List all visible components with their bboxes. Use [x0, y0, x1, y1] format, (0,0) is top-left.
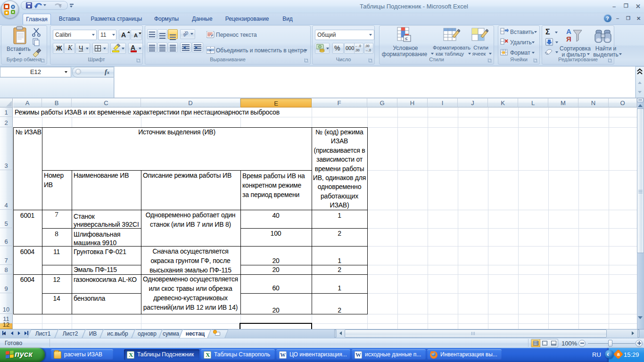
- svg-text:a: a: [209, 49, 211, 52]
- svg-text:А: А: [566, 27, 571, 35]
- svg-text:Я: Я: [566, 35, 571, 43]
- svg-text:≤: ≤: [405, 36, 408, 41]
